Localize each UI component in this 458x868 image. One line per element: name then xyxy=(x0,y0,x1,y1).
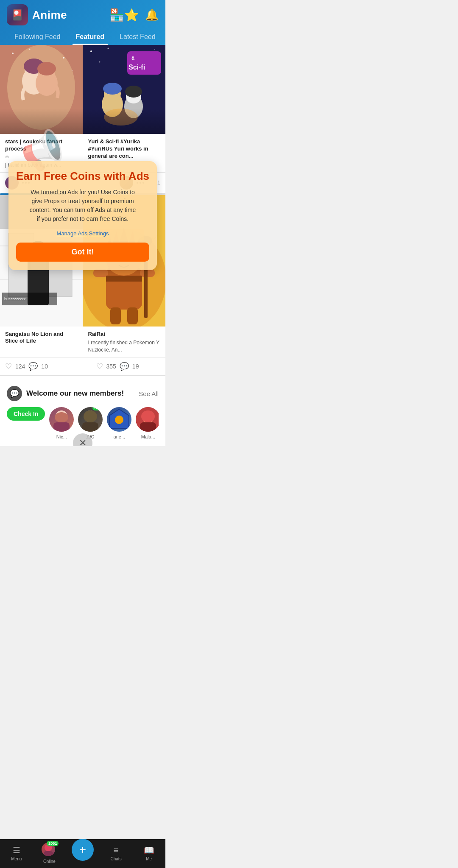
welcome-header: 💬 Welcome our new members! See All xyxy=(7,386,159,401)
action-row: ♡ 124 💬 10 ♡ 355 💬 19 xyxy=(0,357,165,376)
see-all-button[interactable]: See All xyxy=(139,390,159,397)
svg-rect-74 xyxy=(140,422,156,432)
svg-text:&: & xyxy=(131,56,134,61)
online-badge-2: 2061 xyxy=(92,407,103,410)
svg-rect-58 xyxy=(127,307,138,324)
post-info-card-left[interactable]: Sangatsu No Lion and Slice of Life xyxy=(0,327,83,357)
checkin-button[interactable]: Check In xyxy=(7,407,45,421)
chat-icon: 💬 xyxy=(7,386,22,401)
featured-image-left[interactable] xyxy=(0,45,83,134)
like-icon-right[interactable]: ♡ xyxy=(96,362,103,371)
app-icon[interactable]: 🎴 xyxy=(7,4,28,25)
ad-manage-link[interactable]: Manage Ads Settings xyxy=(16,230,149,237)
ad-body-line4: if you prefer not to earn free Coins. xyxy=(37,215,128,222)
post-meta-1: ❄ xyxy=(5,154,78,160)
svg-point-67 xyxy=(84,410,97,422)
member-item-4[interactable]: Mala... xyxy=(136,407,159,439)
svg-point-5 xyxy=(72,70,73,71)
comment-count-left: 10 xyxy=(41,363,48,370)
post-title-1: stars | soukoku fanart process xyxy=(5,138,78,153)
svg-rect-44 xyxy=(106,276,142,282)
like-count-left: 124 xyxy=(15,363,25,370)
member-name-1: Nic... xyxy=(56,434,67,439)
svg-point-70 xyxy=(115,416,123,424)
member-avatar-3 xyxy=(107,407,131,432)
svg-rect-65 xyxy=(53,422,70,432)
comment-icon-left[interactable]: 💬 xyxy=(28,362,38,371)
svg-rect-18 xyxy=(127,51,161,75)
post-title-2: Yuri & Sci-fi #Yurika #YuriRUs Yuri work… xyxy=(88,138,161,160)
member-item-1[interactable]: Nic... xyxy=(49,407,74,439)
shop-icon[interactable]: 🏪⭐ xyxy=(109,8,139,22)
svg-point-26 xyxy=(125,86,142,98)
svg-point-64 xyxy=(55,412,68,422)
svg-point-3 xyxy=(29,49,31,50)
action-left: ♡ 124 💬 10 xyxy=(5,362,70,371)
svg-point-17 xyxy=(99,61,101,63)
svg-point-13 xyxy=(90,50,92,52)
member-avatar-1 xyxy=(49,407,74,432)
member-name-4: Mala... xyxy=(141,434,155,439)
post-info-row-2: Sangatsu No Lion and Slice of Life RaiRa… xyxy=(0,327,165,357)
tab-featured[interactable]: Featured xyxy=(68,30,112,45)
header-right: 🏪⭐ 🔔 xyxy=(109,8,159,22)
svg-rect-68 xyxy=(82,422,98,432)
action-right: ♡ 355 💬 19 xyxy=(91,362,161,371)
featured-images-top: & Sci-fi xyxy=(0,45,165,134)
svg-rect-42 xyxy=(93,269,108,277)
svg-point-2 xyxy=(12,53,14,54)
ad-body: We turned on Ads for you! Use Coins to g… xyxy=(16,188,149,223)
welcome-title: Welcome our new members! xyxy=(26,389,124,398)
post-title-right-2: RaiRai xyxy=(88,331,161,338)
bell-icon[interactable]: 🔔 xyxy=(145,8,159,22)
member-name-3: arie... xyxy=(114,434,126,439)
app-title: Anime xyxy=(32,8,67,22)
ad-body-line1: We turned on Ads for you! Use Coins to xyxy=(31,189,135,195)
ad-body-line3: content. You can turn off Ads at any tim… xyxy=(30,207,136,213)
member-avatar-2: 2061 xyxy=(78,407,103,432)
checkin-item: Check In xyxy=(7,407,45,439)
app-header: 🎴 Anime 🏪⭐ 🔔 Following Feed Featured Lat… xyxy=(0,0,165,45)
svg-point-4 xyxy=(63,57,64,59)
member-avatar-4 xyxy=(136,407,159,432)
close-x-icon: ✕ xyxy=(79,438,87,446)
post-info-card-right[interactable]: RaiRai I recently finished a Pokemon Y N… xyxy=(83,327,166,357)
like-icon-left[interactable]: ♡ xyxy=(5,362,12,371)
tab-latest[interactable]: Latest Feed xyxy=(112,30,159,45)
ad-body-line2: give Props or treat yourself to premium xyxy=(31,198,134,204)
svg-text:buzzzzzzzzz: buzzzzzzzzz xyxy=(4,297,26,301)
member-item-3[interactable]: arie... xyxy=(107,407,131,439)
svg-point-11 xyxy=(37,62,56,75)
svg-point-27 xyxy=(104,109,138,126)
like-count-right: 355 xyxy=(106,363,116,370)
post-preview-right-2: I recently finished a Pokemon Y Nuzlocke… xyxy=(88,339,161,354)
svg-point-23 xyxy=(103,83,122,95)
post-title-left-2: Sangatsu No Lion and Slice of Life xyxy=(5,331,78,345)
svg-point-16 xyxy=(154,49,155,50)
svg-point-73 xyxy=(141,410,155,422)
ad-title: Earn Free Coins with Ads xyxy=(16,170,149,183)
svg-rect-57 xyxy=(110,307,121,324)
header-left: 🎴 Anime xyxy=(7,4,67,25)
featured-image-right[interactable]: & Sci-fi xyxy=(83,45,165,134)
ad-overlay: Earn Free Coins with Ads We turned on Ad… xyxy=(8,161,157,270)
welcome-left: 💬 Welcome our new members! xyxy=(7,386,124,401)
tab-bar: Following Feed Featured Latest Feed Publ… xyxy=(7,30,159,45)
svg-text:Sci-fi: Sci-fi xyxy=(128,64,145,71)
comment-icon-right[interactable]: 💬 xyxy=(120,362,129,371)
ad-cta-button[interactable]: Got It! xyxy=(16,243,149,262)
snowflake-icon: ❄ xyxy=(5,154,9,160)
tab-following[interactable]: Following Feed xyxy=(7,30,68,45)
comment-count-right: 19 xyxy=(132,363,139,370)
svg-point-14 xyxy=(108,48,109,49)
